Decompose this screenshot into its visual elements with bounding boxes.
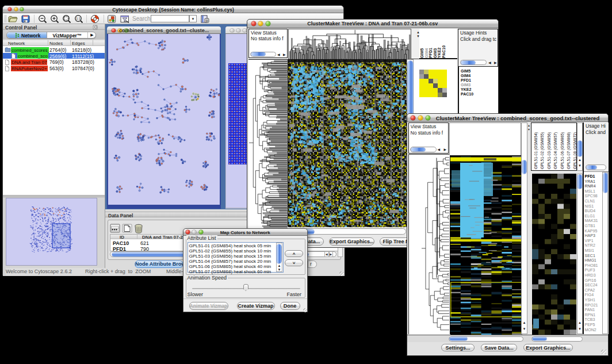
svg-text:1:1: 1:1 (76, 17, 81, 20)
svg-text:⚙: ⚙ (205, 19, 208, 22)
